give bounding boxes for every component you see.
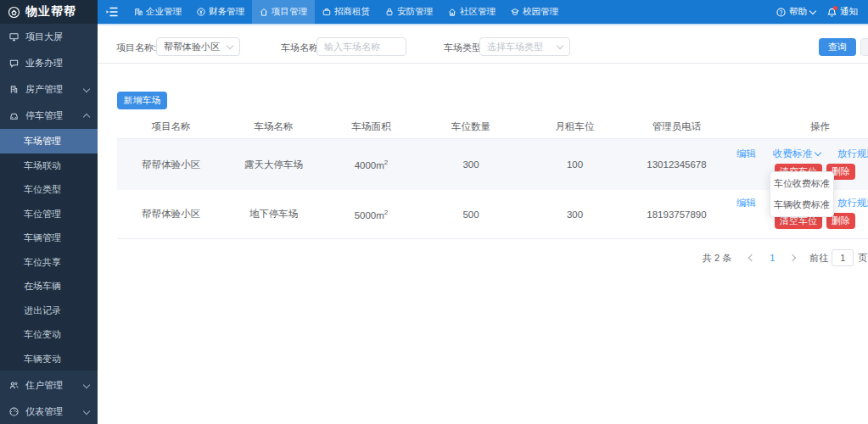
lot-name-input[interactable]	[316, 37, 406, 56]
cell-project: 帮帮体验小区	[117, 159, 225, 171]
search-button[interactable]: 查询	[819, 38, 856, 56]
sidebar: 项目大屏 业务办理 房产管理 停车管理 车场管理 车场联动 车位类型 车位管理 …	[0, 24, 98, 424]
fee-standard-dropdown[interactable]: 收费标准	[773, 148, 820, 160]
chevron-down-icon	[815, 149, 821, 156]
bell-icon	[827, 8, 837, 17]
col-admin-phone: 管理员电话	[628, 120, 725, 133]
sidebar-sub-entry-exit-records[interactable]: 进出记录	[0, 298, 98, 323]
nav-item-finance[interactable]: 财务管理	[189, 0, 252, 24]
briefcase-icon	[322, 8, 331, 16]
sidebar-sub-space-changes[interactable]: 车位变动	[0, 322, 98, 347]
nav-item-project[interactable]: 项目管理	[252, 0, 315, 24]
cell-project: 帮帮体验小区	[117, 208, 225, 220]
sidebar-item-property[interactable]: 房产管理	[0, 76, 98, 103]
cell-area: 5000m2	[322, 209, 420, 220]
table-row: 帮帮体验小区 露天大停车场 4000m2 300 100 13012345678…	[117, 139, 868, 190]
col-lot-name: 车场名称	[225, 120, 322, 133]
chevron-up-icon	[83, 113, 90, 120]
filter-bar: 项目名称: 帮帮体验小区 车场名称: 车场类型: 选择车场类型 查询	[98, 25, 868, 64]
main-content: 项目名称: 帮帮体验小区 车场名称: 车场类型: 选择车场类型 查询 新增车场 …	[98, 24, 868, 424]
cell-lot-name: 地下停车场	[225, 208, 322, 220]
notification-badge	[833, 6, 837, 10]
table-row: 帮帮体验小区 地下停车场 5000m2 500 300 18193757890 …	[117, 190, 868, 239]
cell-monthly: 100	[522, 159, 628, 170]
sidebar-sub-space-mgmt[interactable]: 车位管理	[0, 202, 98, 226]
chevron-down-icon	[809, 8, 816, 14]
gauge-icon	[9, 407, 19, 416]
app-title: 物业帮帮	[25, 4, 76, 20]
chevron-down-icon	[557, 42, 563, 49]
nav-item-community[interactable]: 社区管理	[440, 0, 503, 24]
help-menu[interactable]: 帮助	[776, 6, 815, 18]
edit-link[interactable]: 编辑	[736, 148, 756, 160]
lot-type-label: 车场类型:	[444, 42, 484, 54]
next-page-button[interactable]	[782, 255, 803, 260]
cell-area: 4000m2	[322, 159, 420, 170]
nav-item-leasing[interactable]: 招商租赁	[315, 0, 378, 24]
pagination: 共 2 条 1 前往 页 10条/页	[703, 248, 868, 267]
sidebar-sub-vehicle-mgmt[interactable]: 车辆管理	[0, 226, 98, 250]
lot-name-label: 车场名称:	[281, 42, 321, 54]
nav-item-security[interactable]: 安防管理	[378, 0, 440, 24]
col-lot-area: 车场面积	[322, 120, 420, 133]
goto-page-input[interactable]	[832, 249, 854, 266]
sidebar-item-residents[interactable]: 住户管理	[0, 372, 98, 399]
edit-link[interactable]: 编辑	[736, 197, 756, 209]
logo-icon	[8, 6, 20, 19]
monitor-icon	[9, 32, 19, 42]
project-name-label: 项目名称:	[116, 42, 156, 54]
notification-menu[interactable]: 通知	[827, 6, 858, 18]
fee-standard-menu: 车位收费标准 车辆收费标准	[770, 171, 834, 217]
top-nav-menu: 企业管理 财务管理 项目管理 招商租赁 安防管理 社区管理	[126, 0, 566, 24]
building-icon	[9, 85, 19, 94]
coin-icon	[197, 8, 205, 16]
sidebar-collapse-button[interactable]	[98, 0, 126, 24]
project-name-select[interactable]: 帮帮体验小区	[156, 37, 240, 56]
top-navbar: 物业帮帮 企业管理 财务管理 项目管理 招商租赁	[0, 0, 868, 24]
page-number[interactable]: 1	[762, 253, 782, 263]
cell-spaces: 500	[420, 209, 522, 220]
parking-lot-table: 项目名称 车场名称 车场面积 车位数量 月租车位 管理员电话 操作 帮帮体验小区…	[117, 114, 868, 239]
topbar-right: 帮助 通知	[776, 0, 868, 24]
building-icon	[134, 8, 143, 16]
sidebar-item-business[interactable]: 业务办理	[0, 50, 98, 76]
cell-monthly: 300	[522, 209, 628, 220]
page-unit-label: 页	[858, 252, 867, 265]
add-parking-lot-button[interactable]: 新增车场	[117, 92, 167, 109]
sidebar-sub-space-share[interactable]: 车位共享	[0, 250, 98, 275]
sidebar-sub-vehicle-changes[interactable]: 车辆变动	[0, 347, 98, 371]
pass-rules-link[interactable]: 放行规则	[837, 148, 868, 160]
nav-item-enterprise[interactable]: 企业管理	[126, 0, 189, 24]
sidebar-sub-onsite-vehicles[interactable]: 在场车辆	[0, 274, 98, 298]
sidebar-item-meters[interactable]: 仪表管理	[0, 399, 98, 424]
sidebar-sub-space-type[interactable]: 车位类型	[0, 177, 98, 202]
nav-item-campus[interactable]: 校园管理	[503, 0, 566, 24]
sidebar-item-project-screen[interactable]: 项目大屏	[0, 24, 98, 50]
chevron-down-icon	[83, 381, 90, 388]
car-icon	[9, 111, 19, 120]
pass-rules-link[interactable]: 放行规则	[837, 197, 868, 209]
help-icon	[776, 8, 786, 17]
goto-label: 前往	[809, 252, 828, 265]
lot-type-select[interactable]: 选择车场类型	[479, 37, 570, 56]
col-project-name: 项目名称	[117, 120, 225, 133]
home-icon	[448, 8, 456, 16]
col-monthly-spaces: 月租车位	[522, 120, 628, 133]
lock-icon	[385, 8, 394, 16]
house-icon	[260, 8, 268, 16]
cell-phone: 18193757890	[628, 209, 725, 220]
menu-item-vehicle-fee[interactable]: 车辆收费标准	[770, 194, 833, 215]
cell-phone: 13012345678	[628, 159, 725, 170]
total-count: 共 2 条	[703, 252, 731, 265]
prev-page-button[interactable]	[742, 255, 762, 260]
sidebar-sub-lot-linkage[interactable]: 车场联动	[0, 153, 98, 178]
reset-button-partial[interactable]	[860, 38, 868, 56]
sidebar-item-parking[interactable]: 停车管理	[0, 103, 98, 129]
chat-bubble-icon	[9, 59, 19, 68]
sidebar-sub-parking-lot-mgmt[interactable]: 车场管理	[0, 129, 98, 153]
chevron-down-icon	[83, 85, 90, 92]
table-header-row: 项目名称 车场名称 车场面积 车位数量 月租车位 管理员电话 操作	[117, 114, 868, 139]
parking-submenu: 车场管理 车场联动 车位类型 车位管理 车辆管理 车位共享 在场车辆 进出记录 …	[0, 129, 98, 371]
graduation-cap-icon	[511, 8, 519, 16]
menu-item-space-fee[interactable]: 车位收费标准	[770, 173, 833, 194]
